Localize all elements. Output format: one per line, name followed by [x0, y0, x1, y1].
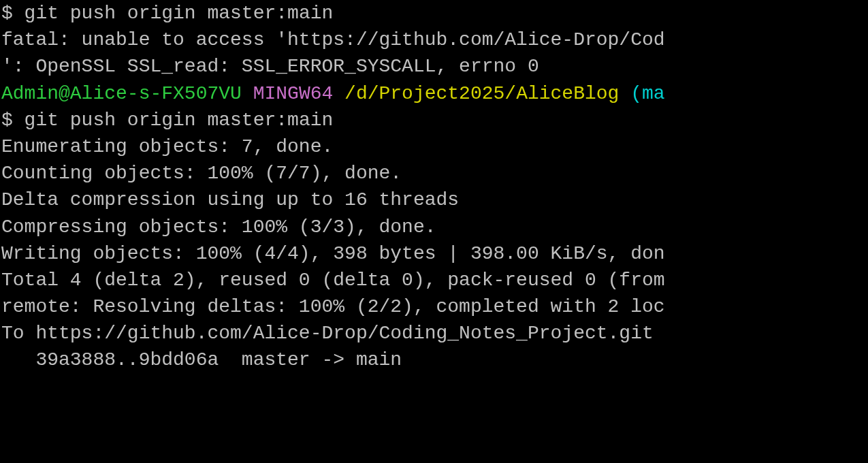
output-enumerating: Enumerating objects: 7, done. — [1, 133, 867, 160]
prompt-symbol: $ — [1, 3, 25, 24]
prompt-symbol-2: $ — [1, 110, 25, 131]
output-total: Total 4 (delta 2), reused 0 (delta 0), p… — [1, 267, 867, 293]
output-to-url: To https://github.com/Alice-Drop/Coding_… — [1, 320, 867, 347]
output-counting: Counting objects: 100% (7/7), done. — [1, 160, 867, 187]
output-compressing: Compressing objects: 100% (3/3), done. — [1, 214, 867, 240]
prompt-line: Admin@Alice-s-FX507VU MINGW64 /d/Project… — [1, 80, 867, 107]
mingw-text: MINGW64 — [253, 83, 344, 104]
git-command-text-2: git push origin master:main — [25, 110, 334, 131]
ssl-error-line: ': OpenSSL SSL_read: SSL_ERROR_SYSCALL, … — [1, 53, 867, 80]
command-line-1: $ git push origin master:main — [1, 0, 867, 27]
path-text: /d/Project2025/AliceBlog — [344, 83, 630, 104]
terminal-window[interactable]: $ git push origin master:main fatal: una… — [0, 0, 868, 374]
command-line-2: $ git push origin master:main — [1, 107, 867, 133]
output-remote: remote: Resolving deltas: 100% (2/2), co… — [1, 293, 867, 320]
fatal-error-line: fatal: unable to access 'https://github.… — [1, 27, 867, 53]
output-delta-compression: Delta compression using up to 16 threads — [1, 187, 867, 213]
branch-text: (ma — [630, 83, 664, 104]
output-refs: 39a3888..9bdd06a master -> main — [1, 347, 867, 373]
git-command-text: git push origin master:main — [25, 3, 334, 24]
output-writing: Writing objects: 100% (4/4), 398 bytes |… — [1, 240, 867, 267]
user-host-text: Admin@Alice-s-FX507VU — [1, 83, 253, 104]
